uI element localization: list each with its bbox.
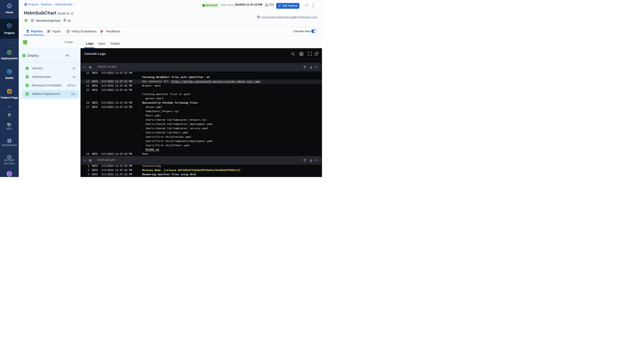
svg-text:?: ? [8, 123, 9, 125]
